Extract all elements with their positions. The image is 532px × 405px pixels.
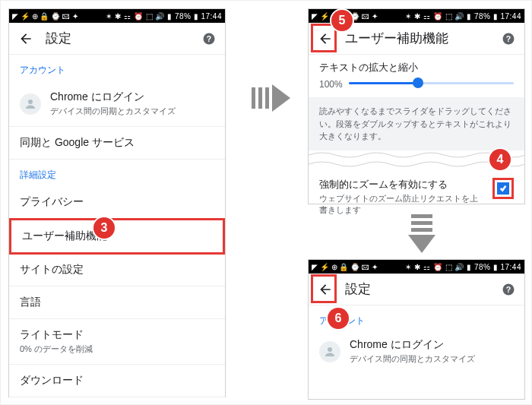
help-icon[interactable]: ? — [202, 32, 216, 46]
step-badge-4: 4 — [489, 149, 511, 170]
step-badge-6: 6 — [328, 308, 349, 329]
login-row[interactable]: Chrome にログイン デバイス間の同期とカスタマイズ — [309, 329, 524, 374]
back-highlight-step6 — [311, 274, 337, 303]
light-mode-label: ライトモード — [20, 328, 214, 342]
sites-row[interactable]: サイトの設定 — [9, 254, 225, 286]
page-title: ユーザー補助機能 — [345, 30, 489, 47]
login-sub: デバイス間の同期とカスタマイズ — [50, 106, 214, 117]
page-title: 設定 — [46, 30, 190, 47]
privacy-label: プライバシー — [20, 195, 214, 209]
status-right: ✶ ✱ ⚏ ⏰ ⬚ 🔊 ▮ 78% ▮ 17:44 — [405, 263, 521, 271]
svg-text:?: ? — [506, 284, 511, 293]
help-icon[interactable]: ? — [502, 283, 515, 296]
login-title: Chrome にログイン — [350, 338, 514, 352]
status-bar: ◤ ⚡ ⊕ 🔒 ⌚ 🖂 ✦ ✶ ✱ ⚏ ⏰ ⬚ 🔊 ▮ 78% ▮ 17:44 — [9, 9, 225, 23]
svg-point-7 — [328, 347, 332, 352]
sync-label: 同期と Google サービス — [20, 136, 214, 150]
accessibility-screen: ◤ ⚡ ⊕ 🔒 ⌚ 🖂 ✦ ✶ ✱ ⚏ ⏰ ⬚ 🔊 ▮ 78% ▮ 17:44 … — [308, 8, 525, 204]
login-row[interactable]: Chrome にログイン デバイス間の同期とカスタマイズ — [9, 81, 225, 127]
login-title: Chrome にログイン — [50, 90, 214, 104]
text-scaling-section: テキストの拡大と縮小 100% — [309, 55, 524, 97]
avatar-icon — [20, 93, 41, 115]
account-section-label: アカウント — [9, 55, 225, 81]
sync-row[interactable]: 同期と Google サービス — [9, 127, 225, 160]
downloads-label: ダウンロード — [20, 374, 214, 388]
status-left: ◤ ⚡ ⊕ 🔒 ⌚ 🖂 ✦ — [12, 12, 78, 21]
about-row[interactable]: Chrome について — [9, 397, 225, 405]
back-icon[interactable] — [18, 31, 33, 46]
force-zoom-title: 強制的にズームを有効にする — [319, 178, 485, 191]
status-right: ✶ ✱ ⚏ ⏰ ⬚ 🔊 ▮ 78% ▮ 17:44 — [106, 12, 222, 21]
page-title: 設定 — [345, 280, 489, 298]
text-scaling-title: テキストの拡大と縮小 — [319, 61, 514, 74]
status-right: ✶ ✱ ⚏ ⏰ ⬚ 🔊 ▮ 78% ▮ 17:44 — [405, 12, 521, 21]
downloads-row[interactable]: ダウンロード — [9, 365, 225, 397]
privacy-row[interactable]: プライバシー — [9, 186, 225, 219]
text-scaling-value: 100% — [319, 79, 343, 90]
settings-screen: ◤ ⚡ ⊕ 🔒 ⌚ 🖂 ✦ ✶ ✱ ⚏ ⏰ ⬚ 🔊 ▮ 78% ▮ 17:44 … — [8, 8, 226, 397]
sites-label: サイトの設定 — [20, 263, 214, 277]
arrow-right-icon — [252, 84, 290, 112]
light-mode-row[interactable]: ライトモード 0% のデータを削減 — [9, 319, 225, 365]
language-row[interactable]: 言語 — [9, 286, 225, 319]
settings-screen-return: ◤ ⚡ ⊕ 🔒 ⌚ 🖂 ✦ ✶ ✱ ⚏ ⏰ ⬚ 🔊 ▮ 78% ▮ 17:44 … — [308, 259, 525, 400]
language-label: 言語 — [20, 296, 214, 309]
accessibility-row[interactable]: ユーザー補助機能 — [9, 218, 225, 255]
status-bar: ◤ ⚡ ⊕ 🔒 ⌚ 🖂 ✦ ✶ ✱ ⚏ ⏰ ⬚ 🔊 ▮ 78% ▮ 17:44 — [309, 260, 524, 274]
force-zoom-checkbox-highlight — [492, 178, 514, 199]
svg-point-2 — [28, 100, 33, 104]
text-scaling-note: 読みやすくなるまでスライダをドラッグしてください。段落をダブルタップするとテキス… — [309, 97, 524, 150]
svg-text:?: ? — [506, 33, 511, 43]
back-highlight-step5 — [311, 24, 337, 52]
login-sub: デバイス間の同期とカスタマイズ — [350, 353, 514, 365]
arrow-down-icon — [408, 214, 435, 253]
svg-text:?: ? — [207, 33, 211, 43]
force-zoom-sub: ウェブサイトのズーム防止リクエストを上書きします — [319, 193, 485, 217]
text-scaling-slider[interactable] — [349, 82, 514, 84]
light-mode-sub: 0% のデータを削減 — [20, 343, 214, 355]
force-zoom-checkbox[interactable] — [497, 182, 509, 195]
step-badge-3: 3 — [93, 217, 115, 239]
accessibility-label: ユーザー補助機能 — [22, 229, 212, 243]
help-icon[interactable]: ? — [502, 32, 515, 46]
step-badge-5: 5 — [331, 10, 353, 31]
app-bar: 設定 ? — [309, 274, 524, 305]
app-bar: 設定 ? — [9, 23, 225, 55]
avatar-icon — [319, 341, 340, 362]
status-left: ◤ ⚡ ⊕ 🔒 ⌚ 🖂 ✦ — [312, 263, 378, 271]
advanced-section-label: 詳細設定 — [9, 160, 225, 186]
